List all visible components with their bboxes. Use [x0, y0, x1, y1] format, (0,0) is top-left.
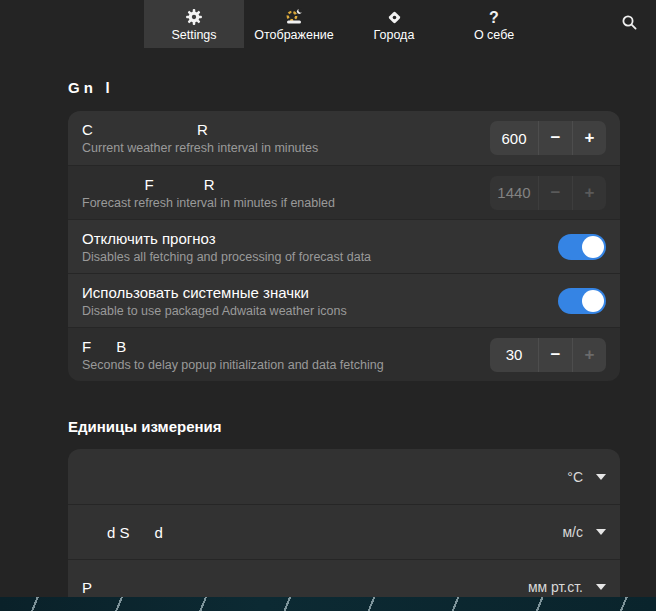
general-settings-card: C R Current weather refresh interval in … — [68, 111, 620, 381]
switch-knob — [582, 290, 604, 312]
row-title: C R — [82, 121, 490, 138]
section-title-units: Единицы измерения — [68, 419, 620, 435]
minus-button[interactable]: − — [538, 338, 572, 372]
row-current-refresh: C R Current weather refresh interval in … — [68, 111, 620, 165]
switch-knob — [582, 236, 604, 258]
desktop-wallpaper — [0, 597, 656, 611]
row-title: F R — [82, 176, 490, 193]
row-title: F B — [82, 338, 490, 355]
section-title-general: G n l — [68, 80, 620, 96]
plus-button: + — [572, 338, 606, 372]
tab-display-label: Отображение — [254, 28, 333, 42]
temperature-unit-dropdown[interactable]: °C — [567, 469, 606, 485]
tab-display[interactable]: Отображение — [244, 0, 344, 48]
question-icon: ? — [489, 7, 499, 26]
wind-speed-unit-dropdown[interactable]: м/с — [562, 524, 606, 540]
pressure-unit-dropdown[interactable]: мм рт.ст. — [528, 579, 606, 595]
minus-button: − — [538, 176, 572, 210]
row-subtitle: Forecast refresh interval in minutes if … — [82, 196, 490, 210]
row-title: Использовать системные значки — [82, 284, 558, 301]
row-title: P — [82, 579, 528, 596]
row-disable-forecast: Отключить прогноз Disables all fetching … — [68, 219, 620, 273]
row-title: d S d — [82, 524, 562, 541]
row-popup-delay: F B Seconds to delay popup initializatio… — [68, 327, 620, 381]
spin-value[interactable]: 30 — [490, 338, 538, 372]
row-system-icons: Использовать системные значки Disable to… — [68, 273, 620, 327]
gear-icon — [185, 7, 203, 26]
settings-page: G n l C R Current weather refresh interv… — [0, 48, 656, 597]
view-switcher: Settings Отображение — [144, 0, 544, 48]
plus-button: + — [572, 176, 606, 210]
system-icons-switch[interactable] — [558, 288, 606, 314]
app-window: Settings Отображение — [0, 0, 656, 611]
header-bar: Settings Отображение — [0, 0, 656, 48]
appearance-icon — [284, 7, 304, 26]
disable-forecast-switch[interactable] — [558, 234, 606, 260]
tab-about-label: О себе — [474, 28, 514, 42]
cities-icon — [386, 7, 403, 26]
minus-button[interactable]: − — [538, 121, 572, 155]
spin-value: 1440 — [490, 176, 538, 210]
row-title: Отключить прогноз — [82, 230, 558, 247]
chevron-down-icon — [596, 584, 606, 590]
row-subtitle: Disables all fetching and processing of … — [82, 250, 558, 264]
tab-settings[interactable]: Settings — [144, 0, 244, 48]
row-subtitle: Seconds to delay popup initialization an… — [82, 358, 490, 372]
spin-value[interactable]: 600 — [490, 121, 538, 155]
current-refresh-spinbutton: 600 − + — [490, 121, 606, 155]
search-button[interactable] — [612, 7, 646, 41]
tab-cities-label: Города — [374, 28, 415, 42]
tab-cities[interactable]: Города — [344, 0, 444, 48]
tab-about[interactable]: ? О себе — [444, 0, 544, 48]
plus-button[interactable]: + — [572, 121, 606, 155]
tab-settings-label: Settings — [171, 28, 216, 42]
dropdown-value: м/с — [562, 524, 583, 540]
row-forecast-refresh: F R Forecast refresh interval in minutes… — [68, 165, 620, 219]
chevron-down-icon — [596, 474, 606, 480]
forecast-refresh-spinbutton: 1440 − + — [490, 176, 606, 210]
row-subtitle: Disable to use packaged Adwaita weather … — [82, 304, 558, 318]
popup-delay-spinbutton: 30 − + — [490, 338, 606, 372]
chevron-down-icon — [596, 529, 606, 535]
row-subtitle: Current weather refresh interval in minu… — [82, 141, 490, 155]
dropdown-value: мм рт.ст. — [528, 579, 583, 595]
row-wind-speed-unit[interactable]: d S d м/с — [68, 504, 620, 559]
row-pressure-unit[interactable]: P мм рт.ст. — [68, 559, 620, 597]
units-card: °C d S d м/с P — [68, 449, 620, 597]
row-temperature-unit[interactable]: °C — [68, 449, 620, 504]
search-icon — [621, 14, 638, 34]
dropdown-value: °C — [567, 469, 583, 485]
